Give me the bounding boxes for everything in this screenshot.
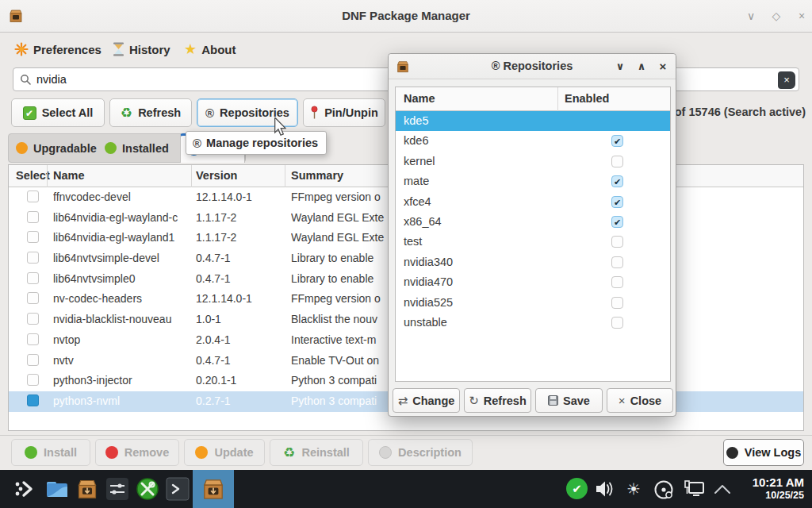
reinstall-button[interactable]: ♻ Reinstall	[270, 439, 363, 466]
checkbox-unchecked[interactable]	[611, 317, 623, 329]
col-version[interactable]: Version	[196, 169, 237, 182]
starburst-icon	[14, 42, 29, 56]
status-text: of 15746 (Search active)	[675, 106, 806, 118]
repo-row[interactable]: test	[396, 232, 670, 252]
repo-row[interactable]: kernel	[396, 152, 670, 171]
view-logs-button[interactable]: View Logs	[723, 439, 804, 466]
tab-upgradable[interactable]: Upgradable	[9, 134, 98, 162]
remove-button[interactable]: Remove	[95, 439, 179, 466]
row-checkbox[interactable]	[27, 211, 39, 223]
updates-ok-icon[interactable]: ✔	[566, 478, 588, 499]
file-manager-icon[interactable]	[44, 476, 70, 502]
repo-row[interactable]: nvidia340	[396, 252, 670, 272]
brightness-icon[interactable]: ☀	[626, 479, 641, 498]
row-checkbox[interactable]	[27, 272, 39, 284]
checkbox-checked[interactable]: ✔	[611, 216, 623, 228]
repo-table-header[interactable]: Name Enabled	[396, 87, 670, 111]
checkbox-checked[interactable]: ✔	[611, 175, 623, 187]
description-button[interactable]: Description	[368, 439, 473, 466]
taskbar: ✔ ☀ 10:21 AM 10/25/25	[0, 470, 812, 508]
select-all-button[interactable]: ✔ Select All	[11, 98, 105, 127]
app-launcher-icon[interactable]	[11, 476, 36, 502]
clear-search-icon[interactable]: ×	[778, 71, 795, 89]
row-checkbox[interactable]	[27, 231, 39, 243]
checkbox-checked[interactable]: ✔	[611, 135, 623, 147]
disc-burner-icon[interactable]	[653, 479, 674, 500]
menu-about[interactable]: ★ About	[184, 40, 236, 59]
save-button[interactable]: Save	[535, 388, 603, 413]
col-repo-enabled[interactable]: Enabled	[565, 92, 609, 105]
row-checkbox[interactable]	[27, 252, 39, 264]
save-icon	[548, 395, 558, 406]
row-checkbox[interactable]	[27, 374, 39, 386]
repo-row[interactable]: xfce4✔	[396, 192, 670, 212]
pin-unpin-button[interactable]: Pin/Unpin	[303, 98, 385, 127]
refresh-button[interactable]: ♻ Refresh	[109, 98, 192, 127]
repo-row[interactable]: nvidia525	[396, 293, 670, 313]
button-label: Pin/Unpin	[324, 106, 378, 119]
orange-dot-icon	[195, 446, 208, 459]
row-checkbox[interactable]	[27, 354, 39, 366]
row-checkbox[interactable]	[27, 313, 39, 325]
install-button[interactable]: Install	[11, 439, 90, 466]
tab-label: Installed	[122, 142, 169, 155]
dialog-maximize-icon[interactable]: ∧	[633, 60, 650, 74]
package-manager-icon[interactable]	[75, 476, 100, 502]
col-name[interactable]: Name	[53, 169, 85, 182]
dialog-close-icon[interactable]: ×	[654, 60, 672, 74]
menu-preferences[interactable]: Preferences	[14, 40, 102, 59]
swap-icon: ⇄	[398, 394, 408, 408]
recycle-icon: ♻	[121, 106, 132, 120]
checkbox-unchecked[interactable]	[611, 256, 623, 268]
close-button[interactable]: × Close	[607, 388, 673, 413]
window-title: DNF Package Manager	[0, 9, 812, 22]
dialog-titlebar[interactable]: ® Repositories ∨ ∧ ×	[389, 54, 676, 79]
menu-history[interactable]: History	[113, 40, 170, 59]
row-checkbox[interactable]	[27, 333, 39, 345]
tray-expand-icon[interactable]	[713, 483, 732, 498]
terminal-icon[interactable]	[165, 476, 190, 502]
row-checkbox[interactable]	[27, 190, 39, 202]
clock-time: 10:21 AM	[753, 475, 804, 490]
checkbox-unchecked[interactable]	[611, 156, 623, 167]
orange-dot-icon	[16, 142, 28, 154]
minimize-icon[interactable]: ∨	[741, 8, 760, 24]
search-icon	[20, 74, 32, 86]
button-label: Select All	[42, 106, 94, 119]
col-summary[interactable]: Summary	[291, 169, 343, 182]
active-task-package-manager[interactable]	[193, 470, 234, 508]
search-value: nvidia	[36, 73, 67, 86]
repo-row-selected[interactable]: kde5	[396, 111, 670, 131]
change-button[interactable]: ⇄ Change	[393, 388, 460, 413]
checkbox-checked[interactable]: ✔	[611, 196, 623, 208]
row-checkbox-checked[interactable]	[27, 394, 39, 406]
close-icon[interactable]: ×	[792, 8, 811, 24]
tab-label: Upgradable	[33, 142, 97, 155]
tab-installed[interactable]: Installed	[98, 134, 180, 162]
dialog-minimize-icon[interactable]: ∨	[611, 60, 629, 74]
repo-row[interactable]: unstable	[396, 313, 670, 333]
repo-row[interactable]: mate✔	[396, 171, 670, 191]
settings-sliders-icon[interactable]	[105, 476, 130, 502]
repo-table: Name Enabled kde5 kde6✔ kernel mate✔ xfc…	[395, 87, 671, 382]
row-checkbox[interactable]	[27, 292, 39, 304]
update-button[interactable]: Update	[184, 439, 265, 466]
maximize-icon[interactable]: ◇	[767, 8, 786, 24]
close-icon: ×	[619, 394, 626, 407]
volume-icon[interactable]	[595, 479, 615, 498]
system-tools-icon[interactable]	[135, 476, 160, 502]
col-select[interactable]: Select	[16, 169, 50, 182]
display-connector-icon[interactable]	[684, 479, 706, 500]
refresh-repos-button[interactable]: ↻ Refresh	[464, 388, 531, 413]
repositories-dialog: ® Repositories ∨ ∧ × Name Enabled kde5 k…	[388, 53, 676, 417]
repo-row[interactable]: x86_64✔	[396, 212, 670, 232]
col-repo-name[interactable]: Name	[404, 92, 435, 105]
green-dot-icon	[25, 446, 37, 459]
checkbox-unchecked[interactable]	[611, 236, 623, 248]
window-titlebar[interactable]: DNF Package Manager ∨ ◇ ×	[0, 0, 812, 33]
checkbox-unchecked[interactable]	[611, 297, 623, 309]
clock[interactable]: 10:21 AM 10/25/25	[753, 475, 804, 502]
checkbox-unchecked[interactable]	[611, 276, 623, 288]
repo-row[interactable]: kde6✔	[396, 131, 670, 151]
repo-row[interactable]: nvidia470	[396, 272, 670, 292]
